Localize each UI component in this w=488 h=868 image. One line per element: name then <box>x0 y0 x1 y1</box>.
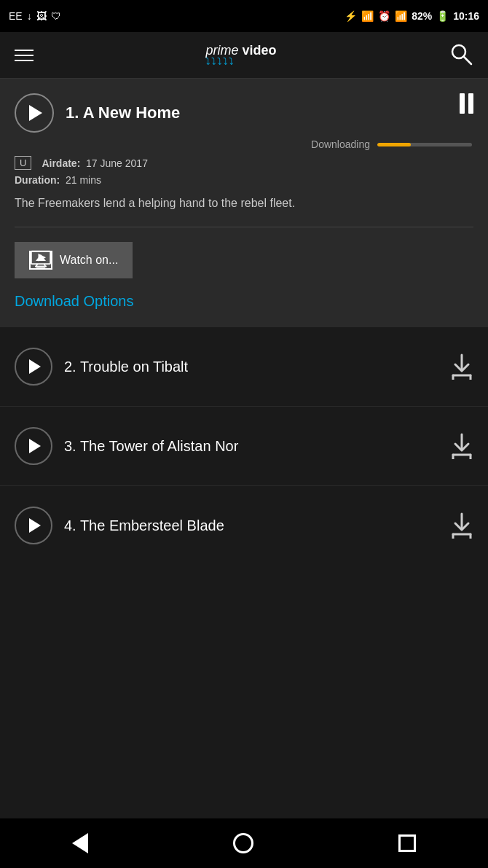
play-icon <box>29 105 42 121</box>
hamburger-line-1 <box>15 50 34 51</box>
episode2-title: 2. Trouble on Tibalt <box>64 359 188 375</box>
battery-percent: 82% <box>412 10 432 22</box>
progress-bar-fill <box>377 143 411 146</box>
table-row: 4. The Embersteel Blade <box>0 486 488 603</box>
nav-recents-button[interactable] <box>398 834 416 852</box>
play-icon <box>29 518 41 533</box>
prime-video-logo: prime video ⤵⤵⤵⤵⤵ <box>205 44 276 66</box>
episode1-play-button[interactable] <box>15 93 54 133</box>
duration-value: 21 mins <box>66 174 101 186</box>
episode-detail: 1. A New Home Downloading U Airdate: 17 … <box>0 79 488 327</box>
play-icon <box>29 359 41 374</box>
episode3-left: 3. The Tower of Alistan Nor <box>15 427 238 465</box>
search-button[interactable] <box>449 42 473 69</box>
status-right: ⚡ 📶 ⏰ 📶 82% 🔋 10:16 <box>345 10 479 22</box>
progress-bar-container <box>377 143 472 146</box>
episode3-title: 3. The Tower of Alistan Nor <box>64 438 238 455</box>
down-arrow-icon: ↓ <box>27 10 32 22</box>
battery-icon: 🔋 <box>436 10 449 22</box>
bluetooth-icon: ⚡ <box>345 10 357 22</box>
table-row: 2. Trouble on Tibalt <box>0 327 488 407</box>
episode4-left: 4. The Embersteel Blade <box>15 507 224 544</box>
episode-description: The Freemakers lend a helping hand to th… <box>15 195 473 212</box>
pause-bar-2 <box>468 93 473 114</box>
downloading-label: Downloading <box>311 138 370 150</box>
status-bar: EE ↓ 🖼 🛡 ⚡ 📶 ⏰ 📶 82% 🔋 10:16 <box>0 0 488 32</box>
episode-header-row: 1. A New Home <box>15 93 473 133</box>
main-content: 1. A New Home Downloading U Airdate: 17 … <box>0 79 488 603</box>
episode2-download-button[interactable] <box>450 353 473 380</box>
airdate-label: Airdate: <box>42 157 80 169</box>
shield-icon: 🛡 <box>51 10 61 22</box>
episode1-title: 1. A New Home <box>66 103 180 122</box>
download-progress-row: Downloading <box>15 138 473 150</box>
nav-back-button[interactable] <box>72 833 88 853</box>
nav-home-button[interactable] <box>233 833 253 853</box>
logo-amazon-smile: ⤵⤵⤵⤵⤵ <box>205 57 235 66</box>
episode4-download-button[interactable] <box>450 512 473 539</box>
airdate-value: 17 June 2017 <box>86 157 148 169</box>
episode4-title: 4. The Embersteel Blade <box>64 517 224 534</box>
clock: 10:16 <box>453 10 479 22</box>
airdate-text: Airdate: 17 June 2017 <box>42 157 148 169</box>
nfc-icon: 📶 <box>361 10 374 22</box>
svg-marker-6 <box>39 254 47 262</box>
menu-button[interactable] <box>15 50 34 61</box>
image-icon: 🖼 <box>36 10 47 22</box>
episode2-play-button[interactable] <box>15 348 52 386</box>
pause-button[interactable] <box>460 93 473 114</box>
play-icon <box>29 439 41 453</box>
download-options-link[interactable]: Download Options <box>15 293 473 327</box>
carrier-label: EE <box>9 10 23 22</box>
bottom-nav <box>0 818 488 868</box>
alarm-icon: ⏰ <box>378 10 390 22</box>
watch-on-button[interactable]: Watch on... <box>15 242 133 278</box>
divider <box>15 227 473 227</box>
duration-row: Duration: 21 mins <box>15 174 473 186</box>
status-left: EE ↓ 🖼 🛡 <box>9 10 61 22</box>
episode4-play-button[interactable] <box>15 507 52 544</box>
episode-meta: U Airdate: 17 June 2017 <box>15 156 473 170</box>
episode-list: 2. Trouble on Tibalt 3. The Tower of Ali… <box>0 327 488 603</box>
header: prime video ⤵⤵⤵⤵⤵ <box>0 32 488 79</box>
pause-bar-1 <box>460 93 465 114</box>
logo-video-text: video <box>243 43 277 58</box>
rating-badge: U <box>15 156 31 170</box>
signal-icon: 📶 <box>395 10 407 22</box>
duration-label: Duration: <box>15 174 60 186</box>
hamburger-line-3 <box>15 60 34 61</box>
episode3-download-button[interactable] <box>450 433 473 459</box>
watch-on-icon <box>29 251 52 270</box>
watch-on-label: Watch on... <box>60 254 118 267</box>
episode3-play-button[interactable] <box>15 427 52 465</box>
svg-rect-2 <box>31 251 50 265</box>
episode-header-left: 1. A New Home <box>15 93 180 133</box>
svg-line-1 <box>464 57 471 64</box>
table-row: 3. The Tower of Alistan Nor <box>0 407 488 486</box>
hamburger-line-2 <box>15 55 34 56</box>
episode2-left: 2. Trouble on Tibalt <box>15 348 188 386</box>
